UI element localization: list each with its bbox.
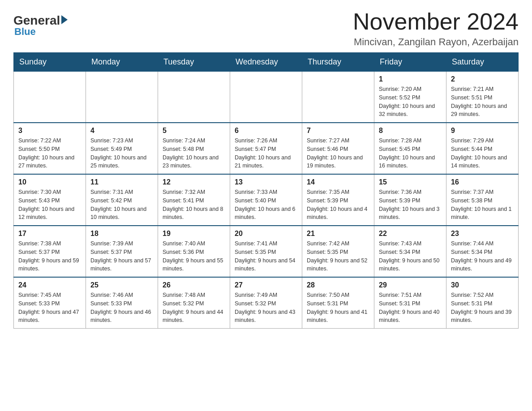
day-info: Sunrise: 7:21 AMSunset: 5:51 PMDaylight:… [451,85,514,119]
day-number: 21 [307,230,369,238]
day-info: Sunrise: 7:33 AMSunset: 5:40 PMDaylight:… [235,188,297,222]
day-info: Sunrise: 7:22 AMSunset: 5:50 PMDaylight:… [18,137,81,170]
day-number: 1 [379,75,442,83]
day-info: Sunrise: 7:45 AMSunset: 5:33 PMDaylight:… [18,291,81,325]
calendar-cell: 9Sunrise: 7:29 AMSunset: 5:44 PMDaylight… [446,123,519,174]
day-info: Sunrise: 7:20 AMSunset: 5:52 PMDaylight:… [379,85,442,119]
day-info: Sunrise: 7:51 AMSunset: 5:31 PMDaylight:… [379,291,442,325]
logo-arrow-icon [61,15,68,24]
col-monday: Monday [86,53,158,72]
day-info: Sunrise: 7:48 AMSunset: 5:32 PMDaylight:… [163,291,225,325]
day-info: Sunrise: 7:39 AMSunset: 5:37 PMDaylight:… [90,240,153,273]
day-number: 2 [451,75,514,83]
logo: General Blue [13,9,68,38]
calendar-cell: 1Sunrise: 7:20 AMSunset: 5:52 PMDaylight… [374,72,446,123]
calendar-cell: 22Sunrise: 7:43 AMSunset: 5:34 PMDayligh… [374,226,446,277]
day-info: Sunrise: 7:31 AMSunset: 5:42 PMDaylight:… [90,188,153,222]
col-saturday: Saturday [446,53,519,72]
calendar-cell: 20Sunrise: 7:41 AMSunset: 5:35 PMDayligh… [230,226,302,277]
calendar-cell: 25Sunrise: 7:46 AMSunset: 5:33 PMDayligh… [86,277,158,329]
calendar-cell: 10Sunrise: 7:30 AMSunset: 5:43 PMDayligh… [14,174,86,226]
day-number: 22 [379,230,442,238]
day-info: Sunrise: 7:36 AMSunset: 5:39 PMDaylight:… [379,188,442,222]
location-title: Mincivan, Zangilan Rayon, Azerbaijan [353,36,519,48]
day-number: 26 [163,281,225,289]
day-info: Sunrise: 7:35 AMSunset: 5:39 PMDaylight:… [307,188,369,222]
day-number: 6 [235,127,297,135]
day-number: 20 [235,230,297,238]
calendar-cell: 30Sunrise: 7:52 AMSunset: 5:31 PMDayligh… [446,277,519,329]
day-number: 11 [90,178,153,186]
day-info: Sunrise: 7:46 AMSunset: 5:33 PMDaylight:… [90,291,153,325]
day-info: Sunrise: 7:38 AMSunset: 5:37 PMDaylight:… [18,240,81,273]
day-info: Sunrise: 7:23 AMSunset: 5:49 PMDaylight:… [90,137,153,170]
day-number: 19 [163,230,225,238]
month-title: November 2024 [353,9,519,34]
day-info: Sunrise: 7:29 AMSunset: 5:44 PMDaylight:… [451,137,514,170]
calendar-cell: 3Sunrise: 7:22 AMSunset: 5:50 PMDaylight… [14,123,86,174]
day-info: Sunrise: 7:52 AMSunset: 5:31 PMDaylight:… [451,291,514,325]
day-info: Sunrise: 7:40 AMSunset: 5:36 PMDaylight:… [163,240,225,273]
day-number: 17 [18,230,81,238]
day-number: 16 [451,178,514,186]
calendar-cell: 6Sunrise: 7:26 AMSunset: 5:47 PMDaylight… [230,123,302,174]
day-info: Sunrise: 7:50 AMSunset: 5:31 PMDaylight:… [307,291,369,325]
calendar-cell: 29Sunrise: 7:51 AMSunset: 5:31 PMDayligh… [374,277,446,329]
calendar-cell: 14Sunrise: 7:35 AMSunset: 5:39 PMDayligh… [302,174,374,226]
page-header: General Blue November 2024 Mincivan, Zan… [13,9,519,48]
logo-blue: Blue [14,26,36,38]
calendar-cell: 27Sunrise: 7:49 AMSunset: 5:32 PMDayligh… [230,277,302,329]
calendar-cell: 24Sunrise: 7:45 AMSunset: 5:33 PMDayligh… [14,277,86,329]
calendar-week-row: 10Sunrise: 7:30 AMSunset: 5:43 PMDayligh… [14,174,519,226]
day-info: Sunrise: 7:41 AMSunset: 5:35 PMDaylight:… [235,240,297,273]
day-number: 18 [90,230,153,238]
calendar-week-row: 24Sunrise: 7:45 AMSunset: 5:33 PMDayligh… [14,277,519,329]
calendar-cell: 21Sunrise: 7:42 AMSunset: 5:35 PMDayligh… [302,226,374,277]
day-info: Sunrise: 7:32 AMSunset: 5:41 PMDaylight:… [163,188,225,222]
day-number: 25 [90,281,153,289]
day-number: 8 [379,127,442,135]
day-info: Sunrise: 7:49 AMSunset: 5:32 PMDaylight:… [235,291,297,325]
day-info: Sunrise: 7:28 AMSunset: 5:45 PMDaylight:… [379,137,442,170]
day-number: 5 [163,127,225,135]
col-sunday: Sunday [14,53,86,72]
weekday-header-row: Sunday Monday Tuesday Wednesday Thursday… [14,53,519,72]
calendar-cell: 23Sunrise: 7:44 AMSunset: 5:34 PMDayligh… [446,226,519,277]
day-number: 15 [379,178,442,186]
calendar-week-row: 1Sunrise: 7:20 AMSunset: 5:52 PMDaylight… [14,72,519,123]
calendar-cell [86,72,158,123]
calendar-cell: 19Sunrise: 7:40 AMSunset: 5:36 PMDayligh… [158,226,230,277]
calendar-cell [230,72,302,123]
day-info: Sunrise: 7:26 AMSunset: 5:47 PMDaylight:… [235,137,297,170]
col-thursday: Thursday [302,53,374,72]
day-number: 3 [18,127,81,135]
calendar-cell: 11Sunrise: 7:31 AMSunset: 5:42 PMDayligh… [86,174,158,226]
day-info: Sunrise: 7:43 AMSunset: 5:34 PMDaylight:… [379,240,442,273]
calendar-cell: 16Sunrise: 7:37 AMSunset: 5:38 PMDayligh… [446,174,519,226]
day-number: 27 [235,281,297,289]
calendar-cell: 8Sunrise: 7:28 AMSunset: 5:45 PMDaylight… [374,123,446,174]
calendar-table: Sunday Monday Tuesday Wednesday Thursday… [13,52,519,329]
day-number: 29 [379,281,442,289]
calendar-cell: 2Sunrise: 7:21 AMSunset: 5:51 PMDaylight… [446,72,519,123]
day-number: 13 [235,178,297,186]
calendar-week-row: 3Sunrise: 7:22 AMSunset: 5:50 PMDaylight… [14,123,519,174]
day-number: 12 [163,178,225,186]
col-tuesday: Tuesday [158,53,230,72]
day-number: 9 [451,127,514,135]
calendar-cell: 7Sunrise: 7:27 AMSunset: 5:46 PMDaylight… [302,123,374,174]
calendar-cell [158,72,230,123]
calendar-cell: 17Sunrise: 7:38 AMSunset: 5:37 PMDayligh… [14,226,86,277]
day-number: 23 [451,230,514,238]
day-number: 4 [90,127,153,135]
calendar-cell: 28Sunrise: 7:50 AMSunset: 5:31 PMDayligh… [302,277,374,329]
calendar-cell: 26Sunrise: 7:48 AMSunset: 5:32 PMDayligh… [158,277,230,329]
day-info: Sunrise: 7:24 AMSunset: 5:48 PMDaylight:… [163,137,225,170]
col-wednesday: Wednesday [230,53,302,72]
title-section: November 2024 Mincivan, Zangilan Rayon, … [353,9,519,48]
col-friday: Friday [374,53,446,72]
day-info: Sunrise: 7:44 AMSunset: 5:34 PMDaylight:… [451,240,514,273]
day-number: 24 [18,281,81,289]
calendar-cell: 18Sunrise: 7:39 AMSunset: 5:37 PMDayligh… [86,226,158,277]
calendar-cell: 4Sunrise: 7:23 AMSunset: 5:49 PMDaylight… [86,123,158,174]
